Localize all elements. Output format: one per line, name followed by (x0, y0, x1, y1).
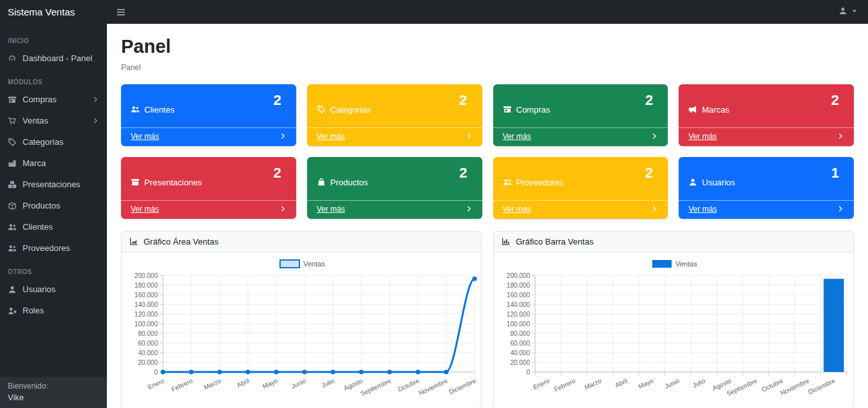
chart-area-icon (129, 237, 138, 246)
sidebar-item-dashboard-panel[interactable]: Dashboard - Panel (0, 48, 107, 69)
ver-mas-link[interactable]: Ver más (317, 205, 345, 214)
svg-text:Enero: Enero (532, 377, 551, 391)
sidebar-item-categorias[interactable]: Categorías (0, 131, 107, 153)
info-box-value: 2 (645, 165, 658, 200)
info-box-label: Productos (330, 178, 368, 187)
info-box-label: Clientes (144, 105, 175, 115)
chart-bar-icon (502, 237, 511, 246)
svg-text:160.000: 160.000 (507, 291, 531, 298)
info-box-value: 2 (459, 165, 472, 200)
top-navbar (107, 0, 868, 24)
sidebar-item-productos[interactable]: Productos (0, 195, 107, 216)
brand[interactable]: Sistema Ventas (0, 0, 107, 24)
svg-text:100.000: 100.000 (507, 320, 531, 327)
ver-mas-link[interactable]: Ver más (131, 132, 159, 141)
svg-text:Ventas: Ventas (675, 259, 697, 267)
sidebar-item-presentaciones[interactable]: Presentaciones (0, 174, 107, 195)
svg-text:20.000: 20.000 (138, 358, 158, 366)
chart-card-body: 020.00040.00060.00080.000100.000120.0001… (122, 252, 481, 408)
tachometer-icon (8, 54, 17, 63)
sidebar-item-ventas[interactable]: Ventas (0, 110, 107, 131)
info-box-label: Proveedores (516, 178, 564, 187)
ver-mas-link[interactable]: Ver más (503, 132, 531, 141)
info-box-footer: Ver más (493, 200, 668, 219)
info-box-footer: Ver más (679, 200, 854, 219)
svg-text:Ventas: Ventas (303, 259, 325, 267)
chevron-right-icon[interactable] (837, 133, 844, 140)
sidebar-item-label: Dashboard - Panel (23, 53, 92, 63)
svg-text:Mayo: Mayo (637, 377, 655, 390)
chart-card-grafico-area-ventas: Gráfico Área Ventas020.00040.00060.00080… (121, 231, 482, 408)
svg-text:120.000: 120.000 (135, 310, 158, 317)
user-icon (8, 285, 17, 294)
sidebar-item-label: Clientes (23, 222, 53, 232)
ver-mas-link[interactable]: Ver más (688, 132, 717, 141)
cart-icon (8, 116, 17, 125)
info-boxes-grid: Clientes2Ver másCategorías2Ver másCompra… (121, 84, 854, 219)
info-box-value: 2 (274, 165, 287, 200)
boxes-icon (8, 180, 17, 189)
ver-mas-link[interactable]: Ver más (503, 205, 531, 214)
svg-text:160.000: 160.000 (135, 291, 158, 298)
info-box-body: Proveedores2 (493, 157, 668, 200)
chevron-right-icon[interactable] (279, 205, 287, 212)
chart-title: Gráfico Área Ventas (144, 237, 218, 246)
ver-mas-link[interactable]: Ver más (131, 205, 159, 214)
svg-text:140.000: 140.000 (507, 301, 531, 308)
sidebar-section-label-inicio: INICIO (0, 28, 107, 48)
info-box-proveedores: Proveedores2Ver más (493, 157, 668, 219)
info-box-categorias: Categorías2Ver más (307, 84, 482, 146)
svg-text:Mayo: Mayo (261, 377, 279, 390)
info-box-body: Productos2 (307, 157, 482, 200)
info-box-body: Compras2 (493, 84, 668, 127)
chevron-right-icon[interactable] (651, 133, 658, 140)
info-box-marcas: Marcas2Ver más (679, 84, 854, 146)
user-menu[interactable] (838, 6, 859, 18)
sidebar-item-usuarios[interactable]: Usuarios (0, 279, 107, 300)
svg-text:200.000: 200.000 (135, 272, 158, 279)
store-icon (503, 105, 512, 114)
info-box-value: 2 (459, 92, 472, 127)
main-content: Panel Panel Clientes2Ver másCategorías2V… (107, 24, 868, 408)
svg-text:140.000: 140.000 (135, 301, 158, 308)
current-username: Vike (8, 393, 99, 402)
users-icon (131, 105, 140, 114)
chevron-right-icon (92, 117, 99, 124)
svg-text:40.000: 40.000 (510, 349, 530, 356)
svg-text:Noviembre: Noviembre (779, 377, 811, 397)
chevron-right-icon[interactable] (837, 205, 844, 212)
chevron-right-icon[interactable] (466, 205, 473, 212)
svg-text:Diciembre: Diciembre (807, 377, 836, 396)
svg-text:Enero: Enero (147, 377, 165, 391)
svg-text:200.000: 200.000 (507, 272, 531, 279)
sidebar-item-marca[interactable]: Marca (0, 153, 107, 174)
ver-mas-link[interactable]: Ver más (317, 132, 345, 141)
ver-mas-link[interactable]: Ver más (688, 205, 717, 214)
industry-icon (8, 159, 17, 168)
chevron-right-icon[interactable] (279, 133, 287, 140)
svg-text:180.000: 180.000 (507, 281, 531, 288)
sidebar-item-proveedores[interactable]: Proveedores (0, 237, 107, 259)
chart-title: Gráfico Barra Ventas (516, 237, 594, 246)
box-icon (8, 201, 17, 210)
svg-text:Junio: Junio (290, 377, 308, 390)
sidebar-item-label: Marca (23, 158, 46, 168)
chevron-right-icon[interactable] (651, 205, 658, 212)
hamburger-icon[interactable] (116, 7, 126, 17)
user-icon (838, 6, 847, 18)
svg-text:Diciembre: Diciembre (448, 377, 477, 396)
area-chart-svg: 020.00040.00060.00080.000100.000120.0001… (127, 256, 482, 408)
svg-text:60.000: 60.000 (510, 339, 530, 346)
sidebar-item-roles[interactable]: Roles (0, 300, 107, 321)
sidebar-nav: INICIODashboard - PanelMÓDULOSComprasVen… (0, 24, 107, 321)
svg-text:0: 0 (154, 368, 158, 375)
chart-card-body: 020.00040.00060.00080.000100.000120.0001… (494, 252, 853, 408)
sidebar-item-label: Presentaciones (23, 180, 80, 189)
info-box-body: Presentaciones2 (121, 157, 296, 200)
chevron-right-icon[interactable] (466, 133, 473, 140)
sidebar-item-clientes[interactable]: Clientes (0, 216, 107, 237)
svg-text:Abril: Abril (236, 377, 250, 389)
svg-text:180.000: 180.000 (135, 281, 158, 288)
svg-text:Noviembre: Noviembre (417, 377, 449, 397)
sidebar-item-compras[interactable]: Compras (0, 89, 107, 110)
